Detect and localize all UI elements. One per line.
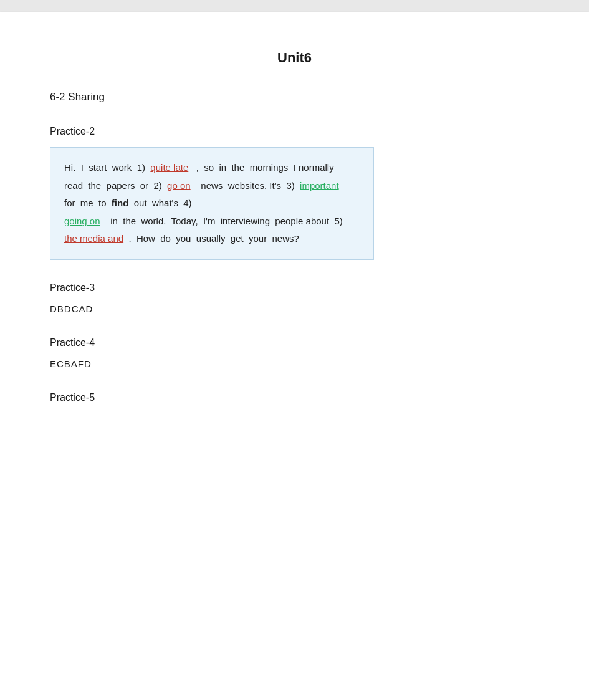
practice4-answer: ECBAFD [50,358,92,369]
practice2-label: Practice-2 [50,126,539,137]
page-title: Unit6 [50,50,539,66]
practice2-text: Hi. I start work 1) quite late , so in t… [64,162,347,244]
section-heading: 6-2 Sharing [50,91,539,103]
fill-5: the media and [64,233,123,244]
practice5-label: Practice-5 [50,392,539,403]
practice3-label: Practice-3 [50,282,539,294]
practice3-answer: DBDCAD [50,304,93,314]
practice4-answer-section: ECBAFD [50,358,539,370]
fill-2: go on [167,180,191,191]
practice2-box: Hi. I start work 1) quite late , so in t… [50,147,374,260]
practice3-answer-section: DBDCAD [50,304,539,315]
page-container: Unit6 6-2 Sharing Practice-2 Hi. I start… [0,12,589,700]
practice4-label: Practice-4 [50,337,539,348]
fill-4: going on [64,216,100,226]
fill-1: quite late [150,162,188,173]
fill-3: important [300,180,339,191]
